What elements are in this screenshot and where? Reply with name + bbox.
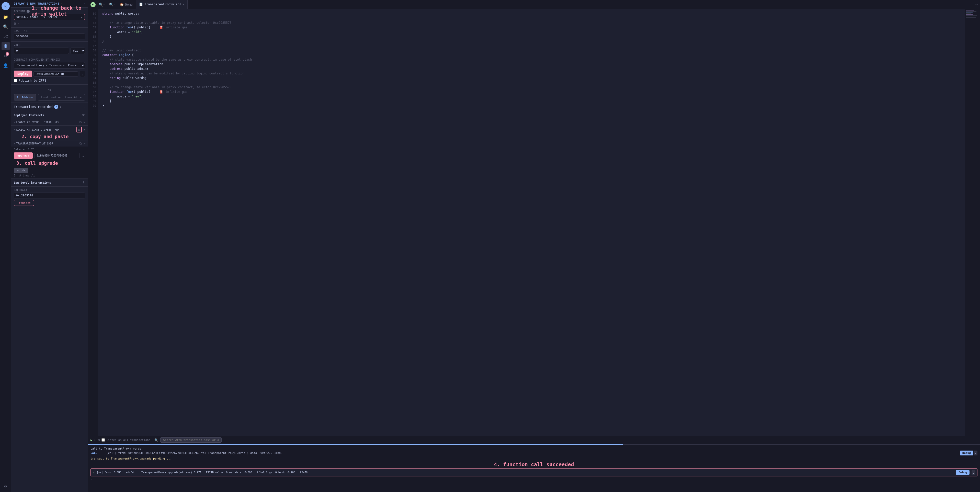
terminal-refresh-icon[interactable]: ↻ (94, 438, 96, 442)
account-dropdown-icon[interactable]: ⌄ (81, 15, 83, 19)
deployed-contracts-header: Deployed Contracts 🗑 (11, 111, 88, 119)
info-icon: ℹ (60, 105, 61, 109)
tx-debug-dropdown-icon[interactable]: ⌄ (972, 470, 975, 475)
tab-close-icon[interactable]: ✕ (183, 3, 184, 6)
search-terminal-icon[interactable]: 🔍 (154, 438, 158, 442)
zoom-out-icon[interactable]: 🔍- (108, 2, 116, 7)
logic2-copy-icon[interactable]: ⧉ (76, 127, 82, 132)
logic2-header[interactable]: › LOGIC2 AT 0XF8E...9FBE8 (MEM ⧉ ✕ (11, 126, 88, 134)
upgrade-dropdown-icon[interactable]: ⌄ (81, 153, 85, 159)
step4-annotation: 4. function call succeeded (494, 461, 574, 467)
copy-icon[interactable]: ⧉ (14, 22, 16, 25)
run-button[interactable]: ▶ (91, 2, 95, 7)
gas-limit-input[interactable] (14, 33, 85, 39)
words-btn-row: words (14, 168, 85, 173)
deploy-icon[interactable] (2, 42, 10, 50)
publish-ipfs-label: Publish to IPFS (19, 79, 46, 82)
home-icon: 🏠 (120, 3, 124, 6)
code-line-53: function foo() public{ ⛽ infinite gas (102, 25, 961, 30)
call-debug-button[interactable]: Debug (960, 451, 974, 455)
call-label: CALL (91, 451, 103, 455)
settings-bottom-icon[interactable]: ⚙ (2, 482, 10, 490)
success-check-icon: ✓ (92, 471, 95, 474)
search-icon[interactable]: 🔍 (2, 22, 10, 31)
transact-button[interactable]: Transact (14, 200, 34, 206)
proxy-copy-icon[interactable]: ⧉ (80, 142, 82, 145)
code-line-55: } (102, 34, 961, 39)
calldata-section: CALLDATA Transact (11, 187, 88, 208)
user-icon[interactable]: 👤 (2, 61, 10, 70)
low-level-menu-icon[interactable]: ⋮ (82, 181, 85, 185)
panel-header: DEPLOY & RUN TRANSACTIONS ✓ › (11, 0, 88, 8)
contract-select[interactable]: TransparentProxy - TransparentProx⋯ (14, 62, 85, 68)
transactions-row[interactable]: Transactions recorded 7 ℹ › (11, 103, 88, 111)
code-line-50: string public words; (102, 11, 961, 16)
at-address-button[interactable]: At Address (14, 94, 36, 100)
file-manager-icon[interactable]: 📁 (2, 13, 10, 21)
zoom-in-icon[interactable]: 🔍+ (98, 2, 106, 7)
code-line-62: address public admin; (102, 67, 961, 71)
plugin-icon[interactable]: ⚙ 3 (2, 52, 10, 60)
expand-icon[interactable]: › (83, 2, 85, 5)
at-address-section: OR At Address Load contract from Addre (11, 84, 88, 103)
terminal-scrollbar[interactable] (88, 444, 980, 445)
proxy-header[interactable]: › TRANSPARENTPROXY AT 0XD7 ⧉ ✕ (11, 140, 88, 146)
source-control-icon[interactable]: ⎇ (2, 32, 10, 40)
logic2-name: LOGIC2 AT 0XF8E...9FBE8 (MEM (16, 128, 59, 131)
calldata-input[interactable] (14, 193, 85, 199)
or-divider: OR (14, 89, 85, 92)
code-line-58: // new logic contract (102, 48, 961, 53)
gas-limit-section: GAS LIMIT (11, 28, 88, 42)
logic2-chevron-icon: › (14, 128, 15, 131)
contract-item-proxy: › TRANSPARENTPROXY AT 0XD7 ⧉ ✕ Balance: … (11, 140, 88, 179)
code-line-54: words = "old"; (102, 30, 961, 34)
logic1-close-icon[interactable]: ✕ (83, 121, 85, 124)
tx-debug-button[interactable]: Debug (956, 470, 969, 475)
transactions-expand-icon[interactable]: › (83, 105, 85, 109)
account-select[interactable]: 0x5B3...eddC4 (99.999999⋯ ⌄ (14, 14, 85, 20)
proxy-balance: Balance: 0 ETH (14, 148, 85, 151)
left-panel: DEPLOY & RUN TRANSACTIONS ✓ › ACCOUNT i … (11, 0, 88, 492)
proxy-close-icon[interactable]: ✕ (83, 142, 85, 145)
terminal-search-input[interactable] (160, 437, 222, 443)
terminal-toolbar: ▶ ↻ 0 listen on all transactions 🔍 (88, 436, 980, 444)
load-contract-button[interactable]: Load contract from Addre (38, 94, 85, 100)
top-bar: ▶ 🔍+ 🔍- 🏠 Home 📄 TransparentProxy.sol ✕ … (88, 0, 980, 9)
account-info-icon[interactable]: i (27, 10, 30, 13)
value-input[interactable] (14, 48, 69, 54)
listen-checkbox[interactable] (102, 438, 105, 442)
tab-transparentproxy[interactable]: 📄 TransparentProxy.sol ✕ (136, 0, 188, 9)
logic2-close-icon[interactable]: ✕ (83, 128, 85, 131)
scroll-indicator (88, 444, 623, 445)
account-label: ACCOUNT i (14, 10, 85, 13)
call-debug-dropdown-icon[interactable]: ⌄ (974, 451, 977, 455)
publish-ipfs-checkbox[interactable] (14, 79, 17, 82)
terminal-call-line: call to TransparentProxy.words (91, 446, 977, 451)
tab-home[interactable]: 🏠 Home (117, 0, 136, 9)
logo-icon[interactable]: R (2, 2, 10, 10)
upgrade-input[interactable] (34, 153, 80, 158)
words-button[interactable]: words (14, 168, 29, 173)
step3-annotation: 3. call upgrade (16, 160, 58, 166)
trash-icon[interactable]: 🗑 (82, 113, 85, 117)
expand-icon-right[interactable]: ⟷ (976, 3, 977, 6)
upgrade-button[interactable]: upgrade (14, 153, 33, 159)
value-unit-select[interactable]: Wei Gwei ETH (70, 48, 85, 54)
deploy-hash-input[interactable] (33, 71, 78, 77)
code-line-69: } (102, 99, 961, 103)
logic1-copy-icon[interactable]: ⧉ (80, 121, 82, 124)
deploy-button[interactable]: Deploy (14, 70, 32, 77)
code-line-51 (102, 16, 961, 21)
code-line-70: } (102, 103, 961, 108)
check-icon: ✓ (61, 2, 63, 5)
value-section: VALUE Wei Gwei ETH (11, 42, 88, 56)
code-area: 50 51 52 53 54 55 56 57 58 59 60 61 62 6… (88, 9, 980, 436)
value-label: VALUE (14, 44, 85, 46)
low-level-header: Low level interactions ⋮ (11, 179, 88, 187)
logic1-chevron-icon: › (14, 121, 15, 124)
deploy-hash-dropdown[interactable]: ⌄ (80, 71, 85, 77)
listen-label: listen on all transactions (107, 438, 150, 442)
edit-icon[interactable]: ✏ (18, 22, 19, 25)
logic1-header[interactable]: › LOGIC1 AT 0XDBB...33FA8 (MEM ⧉ ✕ (11, 119, 88, 125)
terminal-run-icon: ▶ (91, 438, 92, 442)
